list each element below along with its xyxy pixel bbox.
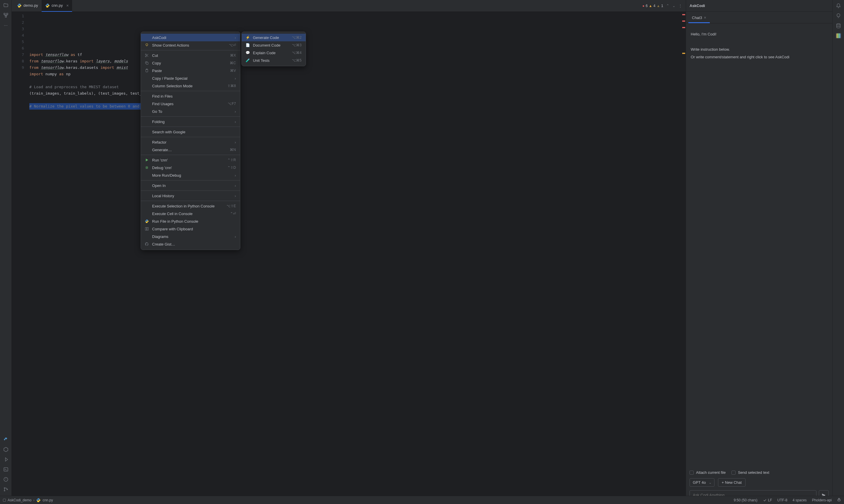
git-branch[interactable]: Pholders-api	[812, 498, 832, 502]
model-select[interactable]: GPT 4o	[689, 478, 715, 487]
services-icon[interactable]	[3, 456, 9, 462]
line-ending[interactable]: LF	[763, 498, 772, 502]
context-menu[interactable]: AskCodi›Show Context Actions⌥⏎Cut⌘XCopy⌘…	[141, 32, 240, 250]
code-content[interactable]: import tensorflow as tffrom tensorflow.k…	[29, 12, 686, 504]
menu-item[interactable]: More Run/Debug›	[141, 172, 240, 179]
menu-item[interactable]: Copy⌘C	[141, 59, 240, 67]
close-icon[interactable]: ×	[66, 3, 69, 8]
gutter: 123456789	[12, 12, 29, 504]
menu-item[interactable]: Column Selection Mode⇧⌘8	[141, 82, 240, 90]
svg-point-11	[145, 54, 146, 55]
python-console-icon[interactable]	[3, 437, 9, 443]
editor-tab-bar: demo.pycnn.py× ●6 ▲4 ▲1 ⌃ ⌄ ⋮	[12, 0, 686, 12]
menu-item[interactable]: Open In›	[141, 182, 240, 189]
blank-icon	[144, 35, 149, 40]
editor-tab[interactable]: demo.py	[14, 0, 42, 12]
blank-icon	[144, 76, 149, 80]
test-icon: 🧪	[245, 58, 250, 63]
svg-point-8	[4, 490, 5, 491]
python-icon	[144, 219, 149, 223]
menu-item[interactable]: Cut⌘X	[141, 52, 240, 59]
problems-icon[interactable]	[3, 476, 9, 482]
menu-item[interactable]: Local History›	[141, 192, 240, 200]
menu-item[interactable]: ⚡Generate Code⌥⌘2	[242, 34, 306, 41]
ai-icon[interactable]	[836, 13, 841, 19]
structure-icon[interactable]	[3, 12, 9, 18]
cut-icon	[144, 53, 149, 58]
menu-item[interactable]: Execute Selection in Python Console⌥⇧E	[141, 202, 240, 210]
chevron-up-icon[interactable]: ⌃	[666, 3, 669, 8]
menu-item[interactable]: Compare with Clipboard	[141, 225, 240, 233]
svg-marker-4	[5, 458, 7, 461]
caret-position[interactable]: 9:50 (50 chars)	[734, 498, 757, 502]
blank-icon	[144, 211, 149, 216]
blank-icon	[144, 94, 149, 98]
compare-icon	[144, 227, 149, 231]
debug-icon	[144, 165, 149, 170]
menu-item[interactable]: Search with Google	[141, 128, 240, 136]
more-tools-icon[interactable]: ⋯	[3, 22, 9, 28]
editor-tab[interactable]: cnn.py×	[42, 0, 72, 12]
blank-icon	[144, 129, 149, 134]
menu-item[interactable]: 💬Explain Code⌥⌘4	[242, 49, 306, 57]
menu-item[interactable]: Show Context Actions⌥⏎	[141, 41, 240, 49]
chat-tab[interactable]: Chat3 ×	[688, 13, 710, 23]
menu-item[interactable]: 📄Document Code⌥⌘3	[242, 41, 306, 49]
blank-icon	[144, 204, 149, 208]
encoding[interactable]: UTF-8	[777, 498, 787, 502]
notifications-icon[interactable]	[836, 3, 841, 9]
askcodi-tool-icon[interactable]	[836, 33, 841, 39]
close-icon[interactable]: ×	[704, 15, 706, 20]
menu-item[interactable]: Run 'cnn'⌃⇧R	[141, 156, 240, 164]
editor-area: demo.pycnn.py× ●6 ▲4 ▲1 ⌃ ⌄ ⋮ 123456789 …	[12, 0, 686, 504]
askcodi-submenu[interactable]: ⚡Generate Code⌥⌘2📄Document Code⌥⌘3💬Expla…	[241, 32, 306, 66]
blank-icon	[144, 119, 149, 124]
paste-icon	[144, 68, 149, 73]
editor-more-icon[interactable]: ⋮	[678, 3, 682, 8]
status-bar: AskCodi_demo › cnn.py 9:50 (50 chars) LF…	[0, 496, 844, 504]
menu-item[interactable]: Debug 'cnn'⌃⇧D	[141, 164, 240, 172]
editor[interactable]: 123456789 import tensorflow as tffrom te…	[12, 12, 686, 504]
menu-item[interactable]: AskCodi›	[141, 34, 240, 41]
database-icon[interactable]	[836, 23, 841, 29]
svg-rect-0	[4, 13, 5, 15]
blank-icon	[144, 193, 149, 198]
svg-point-17	[146, 167, 148, 168]
breadcrumb[interactable]: AskCodi_demo › cnn.py	[3, 498, 53, 503]
menu-item[interactable]: 🧪Unit Tests⌥⌘5	[242, 57, 306, 64]
svg-rect-20	[838, 499, 840, 501]
menu-item[interactable]: Generate…⌘N	[141, 146, 240, 154]
menu-item[interactable]: Paste⌘V	[141, 67, 240, 74]
svg-point-9	[7, 489, 7, 490]
menu-item[interactable]: Copy / Paste Special›	[141, 74, 240, 82]
menu-item[interactable]: Folding›	[141, 118, 240, 125]
menu-item[interactable]: Run File in Python Console	[141, 217, 240, 225]
menu-item[interactable]: Create Gist…	[141, 240, 240, 248]
menu-item[interactable]: Refactor›	[141, 138, 240, 146]
send-selected-checkbox[interactable]: Send selected text	[732, 470, 769, 475]
menu-item[interactable]: Find Usages⌥F7	[141, 100, 240, 108]
project-icon[interactable]	[3, 2, 9, 8]
panel-title: AskCodi	[686, 0, 832, 12]
packages-icon[interactable]	[3, 447, 9, 452]
right-tool-rail	[832, 0, 844, 504]
vcs-icon[interactable]	[3, 486, 9, 492]
indent[interactable]: 4 spaces	[793, 498, 807, 502]
menu-item[interactable]: Go To›	[141, 108, 240, 115]
menu-item[interactable]: Find in Files	[141, 92, 240, 100]
chevron-down-icon[interactable]: ⌄	[672, 3, 676, 8]
attach-file-checkbox[interactable]: Attach current file	[689, 470, 725, 475]
blank-icon	[144, 183, 149, 188]
inspections-widget[interactable]: ●6 ▲4 ▲1	[642, 4, 663, 8]
blank-icon	[144, 102, 149, 106]
terminal-icon[interactable]	[3, 467, 9, 472]
lock-icon[interactable]	[837, 498, 841, 503]
askcodi-panel: AskCodi Chat3 × Hello, I'm Codi! Write i…	[686, 0, 832, 504]
menu-item[interactable]: Execute Cell in Console⌃⏎	[141, 210, 240, 217]
exp-icon: 💬	[245, 50, 250, 55]
new-chat-button[interactable]: + New Chat	[718, 478, 746, 487]
svg-rect-1	[6, 13, 8, 15]
menu-item[interactable]: Diagrams›	[141, 233, 240, 240]
svg-rect-5	[4, 468, 8, 471]
left-tool-rail: ⋯	[0, 0, 12, 504]
